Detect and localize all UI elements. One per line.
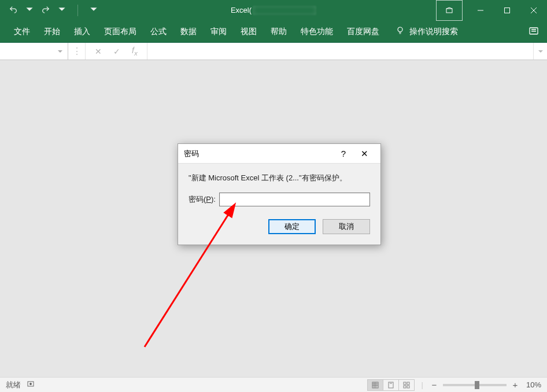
tell-me-label: 操作说明搜索 xyxy=(409,27,458,37)
zoom-level[interactable]: 10% xyxy=(526,380,541,389)
password-input[interactable] xyxy=(219,193,370,206)
dialog-buttons: 确定 取消 xyxy=(189,219,370,234)
view-separator: | xyxy=(422,380,423,389)
share-button[interactable] xyxy=(528,25,539,38)
title-redacted xyxy=(253,6,316,15)
macro-recorder-icon[interactable] xyxy=(27,380,35,390)
tab-data[interactable]: 数据 xyxy=(173,21,204,42)
undo-icon[interactable] xyxy=(9,5,17,16)
svg-rect-0 xyxy=(446,9,452,13)
quick-access-toolbar xyxy=(0,5,98,16)
tab-page-layout[interactable]: 页面布局 xyxy=(97,21,143,42)
zoom-thumb[interactable] xyxy=(475,381,479,389)
tab-view[interactable]: 视图 xyxy=(234,21,264,42)
redo-icon[interactable] xyxy=(42,5,50,16)
qat-customize-icon[interactable] xyxy=(90,5,98,16)
svg-rect-10 xyxy=(372,382,378,388)
expand-formula-bar-icon[interactable] xyxy=(533,43,547,60)
zoom-track[interactable] xyxy=(443,384,507,386)
dialog-help-button[interactable]: ? xyxy=(333,144,354,163)
cancel-button[interactable]: 取消 xyxy=(323,219,370,234)
formula-input[interactable] xyxy=(147,43,533,60)
tab-formulas[interactable]: 公式 xyxy=(143,21,173,42)
undo-dropdown-icon[interactable] xyxy=(25,5,34,16)
password-row: 密码(P): xyxy=(189,193,370,206)
tab-review[interactable]: 审阅 xyxy=(204,21,234,42)
formula-bar-separator: ⋮ xyxy=(68,43,86,60)
qat-separator xyxy=(77,5,78,16)
tell-me-search[interactable]: 操作说明搜索 xyxy=(389,21,465,42)
ribbon-display-options-icon[interactable] xyxy=(436,0,463,21)
tab-file[interactable]: 文件 xyxy=(7,21,37,42)
svg-rect-20 xyxy=(407,386,409,388)
ok-button[interactable]: 确定 xyxy=(268,219,316,234)
normal-view-button[interactable] xyxy=(367,379,383,391)
formula-bar: ⋮ ✕ ✓ fx xyxy=(0,43,547,60)
svg-point-5 xyxy=(398,27,402,32)
view-buttons xyxy=(368,379,415,391)
app-title: Excel( xyxy=(231,6,316,16)
tab-home[interactable]: 开始 xyxy=(37,21,67,42)
svg-rect-17 xyxy=(404,382,406,384)
lightbulb-icon xyxy=(396,26,405,37)
fx-icon[interactable]: fx xyxy=(132,46,138,57)
dialog-body: "新建 Microsoft Excel 工作表 (2..."有密码保护。 密码(… xyxy=(178,164,380,245)
minimize-button[interactable] xyxy=(467,0,494,21)
svg-rect-2 xyxy=(505,8,510,13)
zoom-in-button[interactable]: + xyxy=(511,380,519,390)
dialog-message: "新建 Microsoft Excel 工作表 (2..."有密码保护。 xyxy=(189,173,370,183)
title-bar: Excel( xyxy=(0,0,547,21)
password-dialog: 密码 ? ✕ "新建 Microsoft Excel 工作表 (2..."有密码… xyxy=(178,143,381,245)
zoom-slider: − + xyxy=(430,380,519,390)
name-box[interactable] xyxy=(0,43,68,60)
tab-insert[interactable]: 插入 xyxy=(67,21,97,42)
maximize-button[interactable] xyxy=(494,0,520,21)
svg-rect-19 xyxy=(404,386,406,388)
dialog-titlebar: 密码 ? ✕ xyxy=(178,144,380,164)
page-layout-view-button[interactable] xyxy=(383,379,399,391)
window-controls xyxy=(436,0,547,21)
page-break-view-button[interactable] xyxy=(398,379,415,391)
status-bar: 就绪 | − + 10% xyxy=(0,377,547,392)
close-button[interactable] xyxy=(520,0,547,21)
svg-point-9 xyxy=(30,383,32,385)
tab-special[interactable]: 特色功能 xyxy=(294,21,340,42)
redo-dropdown-icon[interactable] xyxy=(58,5,66,16)
password-label: 密码(P): xyxy=(189,194,216,205)
tab-help[interactable]: 帮助 xyxy=(264,21,294,42)
ribbon-tabs: 文件 开始 插入 页面布局 公式 数据 审阅 视图 帮助 特色功能 百度网盘 操… xyxy=(0,21,547,43)
status-ready: 就绪 xyxy=(6,380,21,390)
cancel-formula-icon[interactable]: ✕ xyxy=(95,47,102,56)
dialog-close-button[interactable]: ✕ xyxy=(354,144,375,163)
zoom-out-button[interactable]: − xyxy=(430,380,438,390)
tab-baidu-netdisk[interactable]: 百度网盘 xyxy=(340,21,386,42)
svg-rect-18 xyxy=(407,382,409,384)
formula-buttons: ✕ ✓ fx xyxy=(86,43,147,60)
dialog-title: 密码 xyxy=(184,149,199,159)
enter-formula-icon[interactable]: ✓ xyxy=(113,47,120,56)
